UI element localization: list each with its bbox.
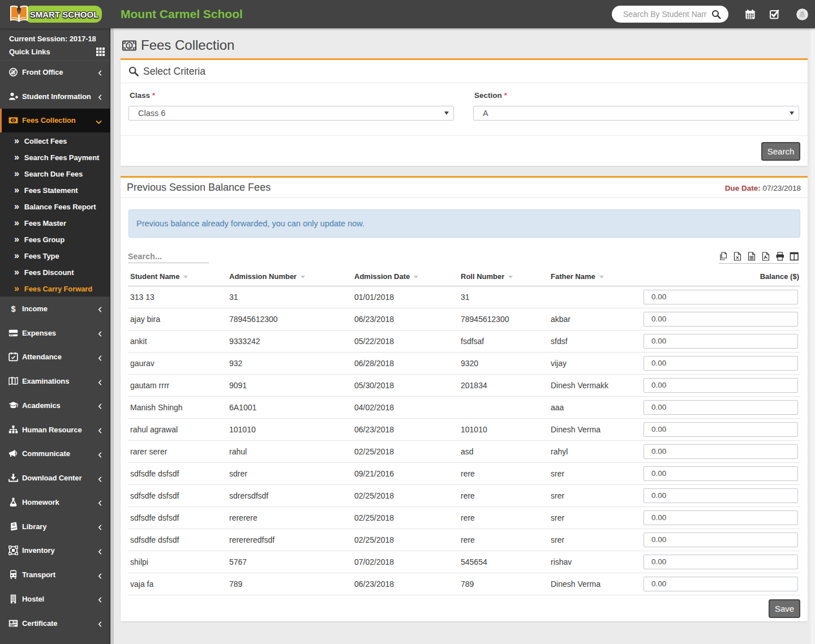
svg-text:$: $ xyxy=(11,304,16,313)
svg-text:X: X xyxy=(736,255,739,260)
svg-text:0: 0 xyxy=(12,118,14,123)
svg-text:1: 1 xyxy=(128,42,131,48)
